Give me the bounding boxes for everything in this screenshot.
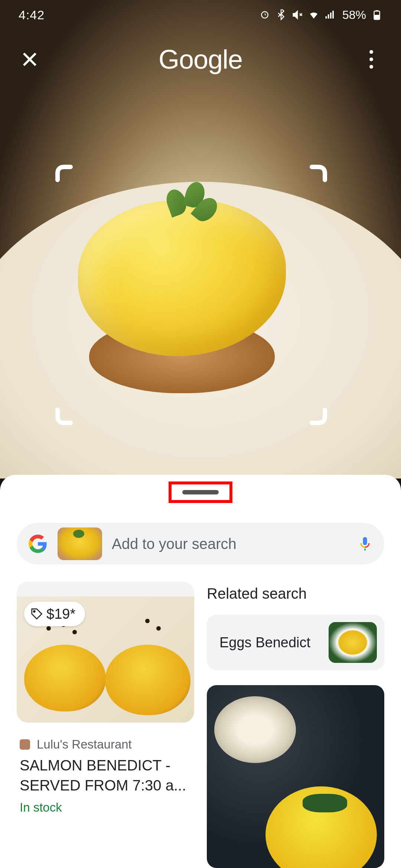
results-col-right: Related search Eggs Benedict xyxy=(207,582,384,868)
status-bar: 4:42 58% xyxy=(0,0,401,30)
related-search-chip[interactable]: Eggs Benedict xyxy=(207,615,384,670)
source-favicon xyxy=(20,739,30,750)
svg-point-3 xyxy=(33,611,35,612)
result-image-card[interactable] xyxy=(207,685,384,868)
mic-icon[interactable] xyxy=(357,536,373,552)
results-col-left: $19* Lulu's Restaurant SALMON BENEDICT -… xyxy=(17,582,194,868)
svg-rect-1 xyxy=(375,15,379,19)
search-bar[interactable]: Add to your search xyxy=(17,523,384,565)
stock-status: In stock xyxy=(20,800,194,815)
close-icon xyxy=(21,50,39,68)
drag-handle[interactable] xyxy=(182,490,219,494)
search-thumbnail xyxy=(58,527,102,560)
food-graphic xyxy=(67,178,297,393)
related-heading: Related search xyxy=(207,585,384,602)
battery-icon xyxy=(371,9,382,20)
more-icon xyxy=(369,50,373,54)
tag-icon xyxy=(31,608,43,620)
mute-icon xyxy=(292,9,303,20)
status-icons: 58% xyxy=(259,8,382,22)
price-chip: $19* xyxy=(24,602,85,626)
results-sheet[interactable]: Add to your search xyxy=(0,475,401,868)
related-thumbnail xyxy=(329,622,377,663)
wifi-icon xyxy=(308,9,319,20)
bluetooth-icon xyxy=(276,9,287,20)
drag-handle-highlight xyxy=(169,481,232,503)
status-time: 4:42 xyxy=(19,8,45,22)
results-grid: $19* Lulu's Restaurant SALMON BENEDICT -… xyxy=(17,582,384,868)
signal-icon xyxy=(325,9,336,20)
related-label: Eggs Benedict xyxy=(219,635,321,651)
app-bar: Google xyxy=(0,30,401,89)
app-title: Google xyxy=(159,44,242,75)
product-title[interactable]: SALMON BENEDICT - SERVED FROM 7:30 a... xyxy=(20,755,194,795)
screen: 4:42 58% Google xyxy=(0,0,401,868)
source-row: Lulu's Restaurant xyxy=(20,737,194,752)
price-text: $19* xyxy=(46,606,75,622)
source-name: Lulu's Restaurant xyxy=(37,737,132,752)
battery-text: 58% xyxy=(342,8,366,22)
google-logo-icon xyxy=(28,534,48,554)
svg-rect-2 xyxy=(375,10,378,11)
close-button[interactable] xyxy=(19,48,41,70)
alarm-icon xyxy=(259,9,270,20)
product-card[interactable]: $19* xyxy=(17,582,194,723)
more-button[interactable] xyxy=(360,48,382,70)
search-placeholder: Add to your search xyxy=(112,536,347,552)
